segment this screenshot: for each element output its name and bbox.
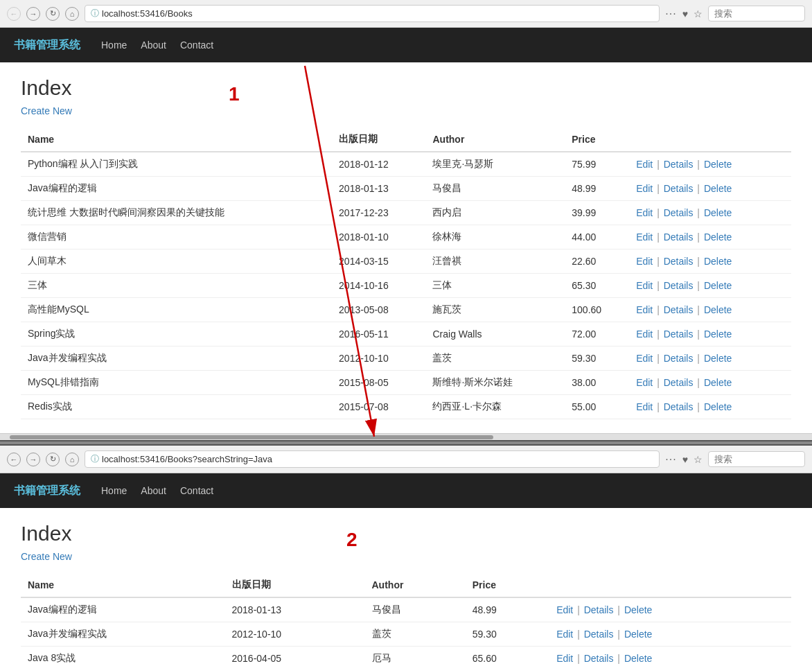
table-row: 微信营销 2018-01-10 徐林海 44.00 Edit | Details…: [21, 225, 791, 249]
delete-link[interactable]: Delete: [704, 377, 732, 388]
home-button-2[interactable]: ⌂: [65, 453, 79, 466]
details-link[interactable]: Details: [664, 159, 694, 170]
col-actions-2: [549, 573, 791, 597]
cell-date: 2015-08-05: [332, 371, 425, 395]
cell-name: 人间草木: [21, 249, 332, 274]
delete-link[interactable]: Delete: [704, 353, 732, 364]
table-row: 三体 2014-10-16 三体 65.30 Edit | Details | …: [21, 274, 791, 298]
edit-link[interactable]: Edit: [636, 183, 653, 194]
address-bar-2[interactable]: ⓘ localhost:53416/Books?searchString=Jav…: [85, 450, 660, 468]
nav-contact-2[interactable]: Contact: [180, 485, 213, 496]
delete-link[interactable]: Delete: [704, 256, 732, 267]
delete-link[interactable]: Delete: [704, 401, 732, 412]
edit-link[interactable]: Edit: [636, 231, 653, 243]
details-link[interactable]: Details: [664, 231, 694, 243]
cell-date: 2012-10-10: [332, 347, 425, 371]
scrollbar-thumb-1[interactable]: [10, 435, 493, 439]
menu-dots[interactable]: ···: [665, 8, 676, 20]
address-bar-1[interactable]: ⓘ localhost:53416/Books: [85, 5, 660, 22]
details-link[interactable]: Details: [664, 183, 694, 194]
navbar-brand-2[interactable]: 书籍管理系统: [14, 484, 80, 498]
details-link[interactable]: Details: [584, 629, 614, 640]
sep1: |: [657, 207, 660, 218]
details-link[interactable]: Details: [664, 304, 694, 315]
nav-home-1[interactable]: Home: [101, 40, 127, 51]
cell-date: 2016-05-11: [332, 322, 425, 347]
nav-about-1[interactable]: About: [141, 40, 166, 51]
star-icon[interactable]: ☆: [694, 8, 703, 19]
delete-link[interactable]: Delete: [704, 207, 732, 218]
screenshot-divider: [0, 440, 812, 446]
edit-link[interactable]: Edit: [636, 280, 653, 291]
details-link[interactable]: Details: [664, 401, 694, 412]
edit-link[interactable]: Edit: [556, 653, 573, 664]
sep2: |: [697, 231, 700, 243]
delete-link[interactable]: Delete: [704, 304, 732, 315]
nav-about-2[interactable]: About: [141, 485, 166, 496]
cell-author: 约西亚·L·卡尔森: [425, 395, 565, 419]
forward-button-2[interactable]: →: [26, 453, 40, 466]
forward-button[interactable]: →: [26, 7, 40, 21]
cell-price: 44.00: [565, 225, 629, 249]
cell-name: Java并发编程实战: [21, 622, 225, 647]
cell-author: 施瓦茨: [425, 298, 565, 322]
delete-link[interactable]: Delete: [624, 653, 652, 664]
details-link[interactable]: Details: [584, 653, 614, 664]
delete-link[interactable]: Delete: [704, 231, 732, 243]
details-link[interactable]: Details: [664, 280, 694, 291]
nav-home-2[interactable]: Home: [101, 485, 127, 496]
table-row: Redis实战 2015-07-08 约西亚·L·卡尔森 55.00 Edit …: [21, 395, 791, 419]
cell-price: 72.00: [565, 322, 629, 347]
scrollbar-1[interactable]: [0, 433, 812, 440]
edit-link[interactable]: Edit: [556, 604, 573, 615]
edit-link[interactable]: Edit: [636, 353, 653, 364]
details-link[interactable]: Details: [664, 377, 694, 388]
cell-actions: Edit | Details | Delete: [629, 225, 791, 249]
edit-link[interactable]: Edit: [636, 304, 653, 315]
details-link[interactable]: Details: [664, 328, 694, 340]
details-link[interactable]: Details: [584, 604, 614, 615]
navbar-brand-1[interactable]: 书籍管理系统: [14, 38, 80, 53]
menu-dots-2[interactable]: ···: [665, 453, 676, 466]
details-link[interactable]: Details: [664, 207, 694, 218]
cell-price: 65.60: [466, 647, 549, 667]
pocket-icon[interactable]: ♥: [682, 8, 688, 19]
refresh-button-2[interactable]: ↻: [46, 453, 60, 466]
browser-search-2[interactable]: [708, 451, 805, 467]
details-link[interactable]: Details: [664, 256, 694, 267]
delete-link[interactable]: Delete: [704, 183, 732, 194]
nav-contact-1[interactable]: Contact: [180, 40, 213, 51]
home-button[interactable]: ⌂: [65, 7, 79, 21]
details-link[interactable]: Details: [664, 353, 694, 364]
window2: ← → ↻ ⌂ ⓘ localhost:53416/Books?searchSt…: [0, 446, 812, 666]
cell-price: 38.00: [565, 371, 629, 395]
delete-link[interactable]: Delete: [704, 328, 732, 340]
edit-link[interactable]: Edit: [636, 377, 653, 388]
cell-actions: Edit | Details | Delete: [629, 249, 791, 274]
back-button[interactable]: ←: [7, 7, 21, 21]
cell-date: 2018-01-13: [332, 177, 425, 201]
refresh-button[interactable]: ↻: [46, 7, 60, 21]
create-new-link-1[interactable]: Create New: [21, 105, 72, 116]
cell-name: MySQL排错指南: [21, 371, 332, 395]
back-button-2[interactable]: ←: [7, 453, 21, 466]
sep2: |: [617, 629, 620, 640]
delete-link[interactable]: Delete: [704, 159, 732, 170]
browser-search-1[interactable]: [708, 6, 805, 21]
delete-link[interactable]: Delete: [624, 604, 652, 615]
edit-link[interactable]: Edit: [636, 401, 653, 412]
cell-date: 2014-03-15: [332, 249, 425, 274]
sep1: |: [657, 256, 660, 267]
edit-link[interactable]: Edit: [636, 159, 653, 170]
delete-link[interactable]: Delete: [624, 629, 652, 640]
cell-actions: Edit | Details | Delete: [629, 274, 791, 298]
edit-link[interactable]: Edit: [556, 629, 573, 640]
edit-link[interactable]: Edit: [636, 207, 653, 218]
create-new-link-2[interactable]: Create New: [21, 551, 72, 562]
pocket-icon-2[interactable]: ♥: [682, 454, 688, 465]
sep2: |: [697, 377, 700, 388]
edit-link[interactable]: Edit: [636, 256, 653, 267]
delete-link[interactable]: Delete: [704, 280, 732, 291]
edit-link[interactable]: Edit: [636, 328, 653, 340]
star-icon-2[interactable]: ☆: [694, 454, 703, 465]
